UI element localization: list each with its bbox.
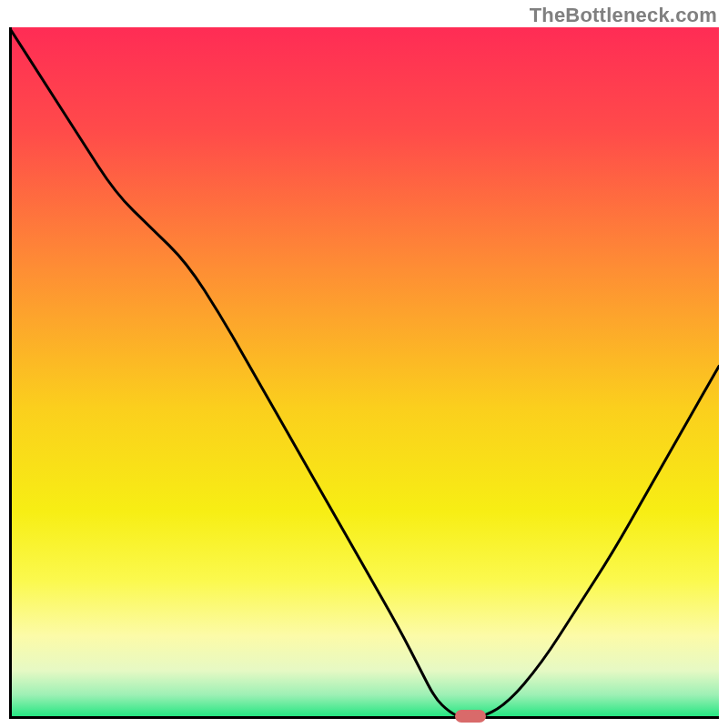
plot-area [9,27,719,719]
minimum-marker [455,710,486,723]
watermark-text: TheBottleneck.com [530,4,717,27]
data-curve [9,27,719,719]
chart-container: TheBottleneck.com [0,0,728,728]
